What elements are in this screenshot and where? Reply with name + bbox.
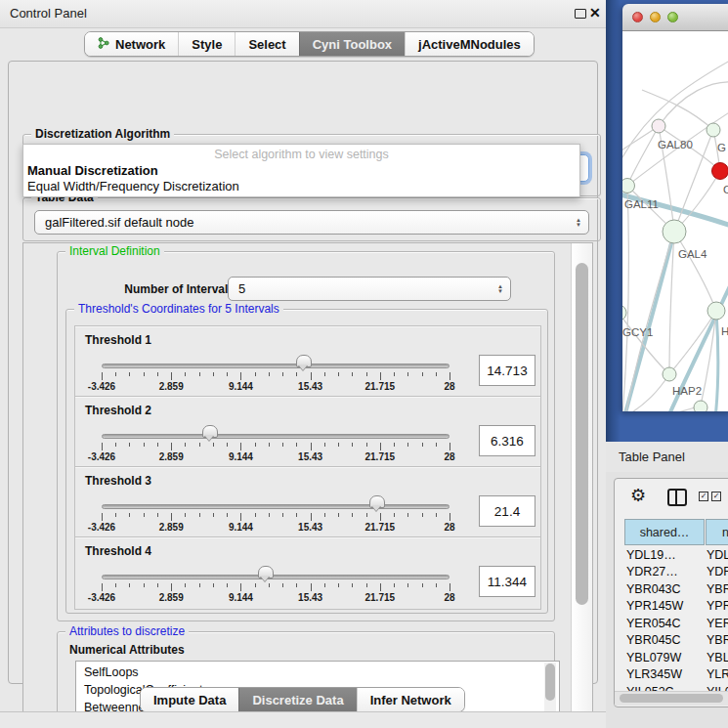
close-icon[interactable]: ✕: [589, 5, 601, 21]
network-canvas[interactable]: GAL80GCGAL11GAL4HGCY1HAP2: [622, 31, 728, 411]
close-traffic-light[interactable]: [632, 12, 643, 22]
table-row-cell[interactable]: YER054C: [626, 617, 705, 630]
table-row-cell[interactable]: YBR043C: [626, 582, 705, 596]
tick-label: 28: [444, 522, 454, 533]
tick-mark: [422, 443, 423, 447]
table-horizontal-scrollbar[interactable]: [615, 691, 728, 706]
tick-mark: [324, 583, 325, 587]
scrollbar-thumb[interactable]: [545, 664, 555, 701]
tab-network[interactable]: Network: [85, 32, 178, 56]
table-row-cell[interactable]: YLR345W: [626, 667, 705, 681]
table-row-cell[interactable]: YBR0: [707, 582, 728, 596]
tick-mark: [269, 583, 270, 587]
network-edge[interactable]: [627, 126, 659, 186]
tick-mark: [407, 513, 408, 517]
checkbox-icon[interactable]: ✓: [699, 492, 708, 501]
slider-track[interactable]: [102, 575, 450, 579]
tick-label: 21.715: [365, 451, 396, 462]
network-node[interactable]: [707, 302, 725, 320]
threshold-slider[interactable]: -3.4262.8599.14415.4321.71528: [102, 467, 450, 537]
network-node[interactable]: [622, 305, 626, 321]
bottom-tab-infer-network[interactable]: Infer Network: [357, 688, 464, 711]
table-panel-title: Table Panel: [619, 450, 685, 464]
slider-track[interactable]: [102, 504, 450, 509]
tick-label: 15.43: [298, 522, 322, 533]
split-columns-icon[interactable]: [667, 489, 687, 506]
tick-mark: [450, 443, 450, 450]
slider-thumb[interactable]: [202, 425, 218, 438]
table-row-cell[interactable]: YER0: [707, 617, 728, 630]
threshold-value-field[interactable]: 14.713: [479, 355, 535, 386]
table-row-cell[interactable]: YDR27…: [626, 565, 705, 578]
threshold-slider[interactable]: -3.4262.8599.14415.4321.71528: [102, 397, 450, 467]
table-row-cell[interactable]: YPR145W: [626, 599, 705, 613]
threshold-slider[interactable]: -3.4262.8599.14415.4321.71528: [102, 326, 450, 397]
column-header-shared-name[interactable]: shared…: [624, 519, 705, 545]
tick-mark: [394, 372, 395, 376]
zoom-traffic-light[interactable]: [667, 12, 678, 22]
table-row-cell[interactable]: YDL1: [707, 548, 728, 562]
threshold-row: Threshold 2-3.4262.8599.14415.4321.71528…: [74, 396, 541, 469]
tab-style[interactable]: Style: [178, 32, 235, 56]
bottom-tab-impute-data[interactable]: Impute Data: [141, 688, 238, 711]
threshold-slider[interactable]: -3.4262.8599.14415.4321.71528: [102, 537, 450, 608]
network-node[interactable]: [652, 119, 665, 133]
slider-track[interactable]: [102, 364, 450, 368]
column-header-name[interactable]: na: [706, 519, 728, 545]
checkbox-icon[interactable]: ✓: [711, 492, 721, 501]
scrollbar-thumb[interactable]: [620, 694, 723, 703]
network-node[interactable]: [712, 163, 728, 180]
network-node[interactable]: [663, 220, 686, 243]
network-edge[interactable]: [701, 311, 716, 406]
node-label: G: [717, 142, 726, 153]
tab-cyni-toolbox[interactable]: Cyni Toolbox: [299, 32, 405, 56]
network-edge[interactable]: [674, 232, 716, 311]
slider-ticks: [102, 372, 450, 381]
tick-mark: [407, 583, 408, 587]
tab-jactivemnodules[interactable]: jActiveMNodules: [405, 32, 534, 56]
attributes-title: Attributes to discretize: [65, 624, 189, 638]
table-row-cell[interactable]: YDL19…: [626, 548, 705, 562]
slider-thumb[interactable]: [369, 495, 385, 508]
minimize-traffic-light[interactable]: [650, 12, 661, 22]
network-window-titlebar[interactable]: [622, 4, 728, 31]
network-node[interactable]: [707, 123, 720, 137]
slider-track[interactable]: [102, 434, 450, 439]
float-window-icon[interactable]: [575, 9, 586, 19]
bottom-tab-discretize-data[interactable]: Discretize Data: [238, 688, 356, 711]
table-data-combobox[interactable]: galFiltered.sif default node ▲▼: [34, 210, 589, 235]
threshold-value-field[interactable]: 6.316: [479, 425, 535, 456]
attributes-list-scrollbar[interactable]: [544, 663, 556, 714]
table-row-cell[interactable]: YLR3: [707, 667, 728, 681]
threshold-value-field[interactable]: 21.4: [479, 495, 535, 527]
table-row-cell[interactable]: YBL0: [707, 651, 728, 664]
table-row-cell[interactable]: YBR045C: [626, 633, 705, 647]
network-node[interactable]: [663, 367, 676, 381]
tab-select[interactable]: Select: [235, 32, 298, 56]
control-panel-titlebar: Control Panel ✕: [0, 0, 606, 28]
scrollbar-thumb[interactable]: [576, 263, 588, 605]
network-edge[interactable]: [622, 61, 728, 168]
number-of-intervals-combobox[interactable]: 5 ▲▼: [228, 277, 511, 301]
tick-label: 28: [444, 451, 454, 462]
table-row-cell[interactable]: YBR0: [707, 633, 728, 647]
tick-mark: [366, 372, 367, 376]
popup-option-equal-width-frequency[interactable]: Equal Width/Frequency Discretization: [27, 179, 575, 194]
table-row-cell[interactable]: YBL079W: [626, 651, 705, 664]
network-node[interactable]: [622, 179, 635, 193]
tick-mark: [171, 513, 172, 521]
attribute-item[interactable]: SelfLoops: [84, 664, 139, 681]
threshold-value-field[interactable]: 11.344: [479, 566, 535, 597]
settings-vertical-scrollbar[interactable]: [571, 243, 592, 713]
slider-thumb[interactable]: [258, 566, 274, 578]
network-edge[interactable]: [622, 186, 628, 411]
tab-label: jActiveMNodules: [418, 37, 521, 52]
table-row-cell[interactable]: YDR2: [707, 565, 728, 578]
tick-mark: [380, 372, 381, 380]
gear-icon[interactable]: ⚙: [630, 485, 646, 506]
tick-mark: [144, 513, 145, 517]
popup-option-manual-discretization[interactable]: Manual Discretization: [27, 163, 575, 179]
network-node[interactable]: [694, 401, 707, 411]
table-row-cell[interactable]: YPR1: [707, 599, 728, 613]
slider-thumb[interactable]: [296, 355, 312, 367]
